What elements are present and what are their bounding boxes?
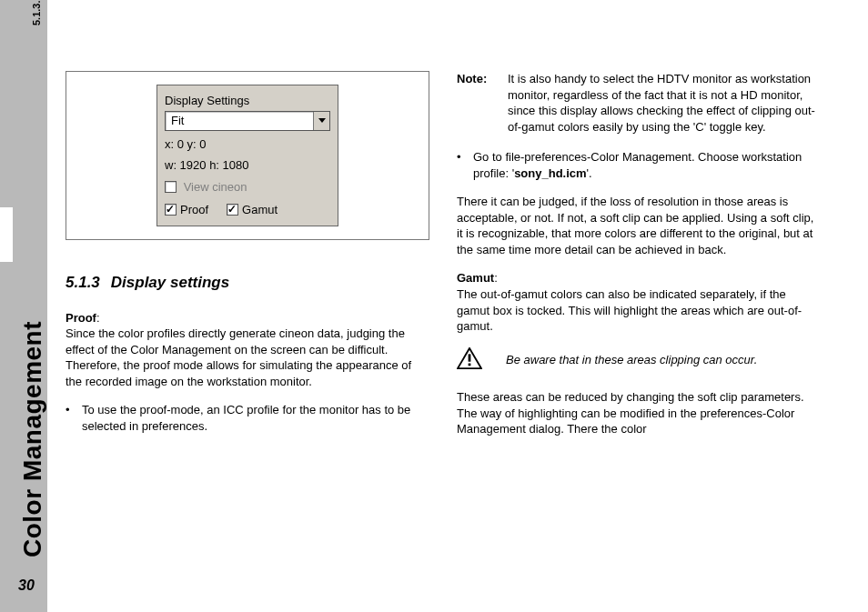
section-num: 5.1.3 bbox=[66, 274, 100, 291]
proof-checkbox[interactable] bbox=[165, 204, 177, 216]
section-ref-vertical: 5.1.3. bbox=[31, 0, 42, 25]
bullet-bold: sony_hd.icm bbox=[514, 166, 586, 180]
view-cineon-row: View cineon bbox=[165, 179, 330, 196]
content-area: Display Settings Fit x: 0 y: 0 w: 1920 h… bbox=[66, 71, 841, 567]
panel-title: Display Settings bbox=[165, 93, 330, 109]
proof-item: Proof bbox=[165, 202, 208, 218]
svg-rect-1 bbox=[469, 354, 471, 361]
gamut-item: Gamut bbox=[227, 202, 278, 218]
display-settings-panel: Display Settings Fit x: 0 y: 0 w: 1920 h… bbox=[156, 85, 338, 226]
chapter-title-vertical: Color Management bbox=[18, 321, 47, 557]
coords-row: x: 0 y: 0 bbox=[165, 136, 330, 153]
fit-select-value: Fit bbox=[166, 113, 313, 129]
warning-text: Be aware that in these areas clipping ca… bbox=[506, 352, 821, 368]
left-bullet-list: To use the proof-mode, an ICC profile fo… bbox=[66, 402, 429, 434]
svg-rect-2 bbox=[469, 363, 471, 366]
list-item: To use the proof-mode, an ICC profile fo… bbox=[66, 402, 429, 434]
resolution-paragraph: There it can be judged, if the loss of r… bbox=[457, 194, 821, 257]
warning-icon bbox=[457, 347, 484, 374]
proof-body: Since the color profiles directly genera… bbox=[66, 326, 411, 388]
view-cineon-label: View cineon bbox=[184, 180, 247, 194]
gamut-paragraph: Gamut: The out-of-gamut colors can also … bbox=[457, 270, 821, 334]
note-block: Note: It is also handy to select the HDT… bbox=[457, 71, 821, 135]
left-column: Display Settings Fit x: 0 y: 0 w: 1920 h… bbox=[66, 71, 429, 567]
page-number: 30 bbox=[18, 577, 35, 594]
view-cineon-checkbox[interactable] bbox=[165, 181, 177, 193]
fit-select[interactable]: Fit bbox=[165, 111, 330, 131]
proof-label-text: Proof bbox=[66, 311, 96, 325]
right-column: Note: It is also handy to select the HDT… bbox=[457, 71, 821, 567]
softclip-paragraph: These areas can be reduced by changing t… bbox=[457, 389, 821, 437]
section-title: Display settings bbox=[111, 274, 229, 291]
dropdown-button[interactable] bbox=[313, 112, 329, 130]
proof-gamut-row: Proof Gamut bbox=[165, 202, 330, 218]
chevron-down-icon bbox=[318, 118, 326, 123]
proof-paragraph: Proof: Since the color profiles directly… bbox=[66, 310, 429, 390]
proof-label: Proof bbox=[180, 202, 208, 218]
list-item: Go to file-preferences-Color Management.… bbox=[457, 149, 821, 181]
screenshot-frame: Display Settings Fit x: 0 y: 0 w: 1920 h… bbox=[66, 71, 429, 240]
note-label: Note: bbox=[457, 71, 508, 135]
bullet-post: '. bbox=[587, 166, 592, 180]
right-bullet-list: Go to file-preferences-Color Management.… bbox=[457, 149, 821, 181]
note-text: It is also handy to select the HDTV moni… bbox=[508, 71, 821, 135]
tab-notch bbox=[0, 207, 13, 262]
warning-block: Be aware that in these areas clipping ca… bbox=[457, 347, 821, 374]
gamut-label: Gamut bbox=[242, 202, 278, 218]
gamut-label-text: Gamut bbox=[457, 271, 494, 285]
gamut-body: The out-of-gamut colors can also be indi… bbox=[457, 287, 802, 333]
gamut-checkbox[interactable] bbox=[227, 204, 238, 216]
section-heading: 5.1.3Display settings bbox=[66, 273, 429, 294]
dims-row: w: 1920 h: 1080 bbox=[165, 157, 330, 174]
